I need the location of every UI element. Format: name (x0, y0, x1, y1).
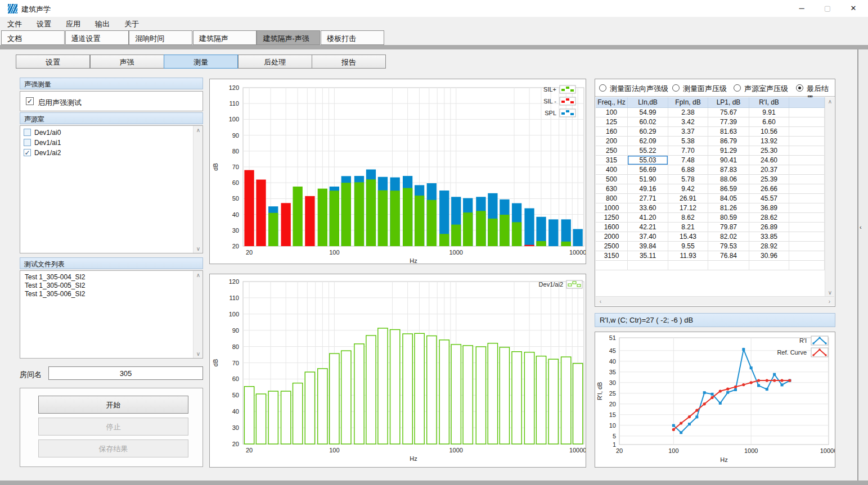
save-result-button[interactable]: 保存结果 (38, 439, 188, 457)
table-cell[interactable] (668, 261, 708, 270)
table-cell[interactable] (789, 242, 825, 251)
sub-tab-0[interactable]: 设置 (16, 55, 90, 69)
table-cell[interactable]: 49.16 (628, 184, 668, 194)
table-cell[interactable]: 2.38 (668, 108, 708, 117)
table-cell[interactable] (789, 156, 825, 165)
table-cell[interactable]: 250 (596, 146, 628, 156)
scroll-up-icon[interactable]: ∧ (194, 271, 203, 279)
radio-2[interactable] (734, 84, 741, 92)
scroll-up-icon[interactable]: ∧ (825, 97, 835, 106)
table-cell[interactable]: 81.26 (708, 203, 749, 213)
menu-item-3[interactable]: 输出 (88, 17, 117, 30)
table-cell[interactable] (789, 117, 825, 127)
table-cell[interactable] (789, 194, 825, 203)
sub-tab-2[interactable]: 测量 (164, 55, 238, 69)
table-cell[interactable]: 3.37 (668, 127, 708, 137)
table-cell[interactable] (789, 232, 825, 242)
menu-item-0[interactable]: 文件 (0, 17, 29, 30)
table-cell[interactable]: 6.60 (749, 117, 789, 127)
table-cell[interactable]: 33.85 (749, 232, 789, 242)
enable-intensity-checkbox[interactable]: ✓ (26, 97, 34, 105)
table-cell[interactable] (596, 261, 628, 270)
table-cell[interactable]: 42.21 (628, 223, 668, 232)
table-cell[interactable]: 1000 (596, 203, 628, 213)
table-cell[interactable]: 5.38 (668, 137, 708, 146)
collapse-panel-icon[interactable]: ‹ (860, 224, 862, 230)
table-cell[interactable]: 1250 (596, 213, 628, 223)
table-cell[interactable]: 20.37 (749, 165, 789, 175)
file-item-0[interactable]: Test 1_305-004_SI2 (20, 273, 203, 282)
table-cell[interactable]: 81.63 (708, 127, 749, 137)
radio-1[interactable] (672, 84, 680, 92)
table-cell[interactable] (789, 184, 825, 194)
table-cell[interactable]: 55.22 (628, 146, 668, 156)
minimize-button[interactable]: ─ (789, 0, 815, 17)
table-cell[interactable]: 87.83 (708, 165, 749, 175)
room-name-input[interactable]: 305 (48, 366, 203, 380)
maximize-button[interactable]: ▢ (815, 0, 840, 17)
table-cell[interactable]: 82.02 (708, 232, 749, 242)
table-cell[interactable]: 54.99 (628, 108, 668, 117)
channel-checkbox[interactable]: ✓ (24, 149, 31, 156)
table-cell[interactable]: 28.92 (749, 242, 789, 251)
channel-item-2[interactable]: Dev1/ai2✓ (20, 148, 203, 158)
table-cell[interactable] (789, 223, 825, 232)
table-cell[interactable]: 84.05 (708, 194, 749, 203)
table-cell[interactable]: 2000 (596, 232, 628, 242)
scroll-right-icon[interactable]: › (825, 297, 834, 306)
table-cell[interactable]: 500 (596, 175, 628, 184)
table-cell[interactable]: 26.66 (749, 184, 789, 194)
table-cell[interactable]: 35.11 (628, 251, 668, 261)
table-cell[interactable]: 315 (596, 156, 628, 165)
table-cell[interactable]: 800 (596, 194, 628, 203)
main-tab-0[interactable]: 文档 (1, 30, 65, 45)
table-cell[interactable]: 86.79 (708, 137, 749, 146)
table-vscrollbar[interactable]: ∧ ∨ (825, 97, 834, 297)
table-cell[interactable]: 80.59 (708, 213, 749, 223)
main-tab-3[interactable]: 建筑隔声 (193, 30, 257, 45)
table-cell[interactable]: 160 (596, 127, 628, 137)
main-tab-4[interactable]: 建筑隔声-声强 (257, 30, 320, 45)
sub-tab-3[interactable]: 后处理 (238, 55, 312, 69)
table-cell[interactable] (789, 127, 825, 137)
table-cell[interactable]: 10.56 (749, 127, 789, 137)
channel-item-0[interactable]: Dev1/ai0 (20, 128, 203, 138)
table-cell[interactable]: 9.42 (668, 184, 708, 194)
table-cell[interactable]: 41.20 (628, 213, 668, 223)
table-cell[interactable]: 39.84 (628, 242, 668, 251)
menu-item-2[interactable]: 应用 (59, 17, 88, 30)
radio-3[interactable] (796, 84, 803, 92)
file-list-scrollbar[interactable]: ∧ ∨ (193, 271, 203, 358)
table-cell[interactable]: 13.92 (749, 137, 789, 146)
scroll-up-icon[interactable]: ∧ (194, 126, 203, 134)
file-item-1[interactable]: Test 1_305-005_SI2 (20, 282, 203, 290)
table-cell[interactable]: 7.70 (668, 146, 708, 156)
table-cell[interactable]: 5.78 (668, 175, 708, 184)
table-cell[interactable]: 79.53 (708, 242, 749, 251)
table-cell[interactable]: 400 (596, 165, 628, 175)
table-cell[interactable]: 1600 (596, 223, 628, 232)
table-cell[interactable]: 90.41 (708, 156, 749, 165)
table-cell[interactable] (789, 213, 825, 223)
table-cell[interactable]: 26.89 (749, 223, 789, 232)
table-cell[interactable]: 86.59 (708, 184, 749, 194)
table-cell[interactable]: 125 (596, 117, 628, 127)
channel-item-1[interactable]: Dev1/ai1 (20, 138, 203, 148)
table-cell[interactable]: 33.60 (628, 203, 668, 213)
scroll-left-icon[interactable]: ‹ (596, 297, 605, 306)
table-cell[interactable]: 77.39 (708, 117, 749, 127)
table-cell[interactable]: 100 (596, 108, 628, 117)
scroll-down-icon[interactable]: ∨ (194, 244, 203, 253)
stop-button[interactable]: 停止 (38, 418, 188, 436)
channel-checkbox[interactable] (24, 129, 31, 136)
table-cell[interactable]: 7.48 (668, 156, 708, 165)
table-cell[interactable]: 25.39 (749, 175, 789, 184)
table-cell[interactable]: 27.71 (628, 194, 668, 203)
table-cell[interactable]: 28.62 (749, 213, 789, 223)
table-cell[interactable]: 3.42 (668, 117, 708, 127)
table-cell[interactable] (789, 261, 825, 270)
table-cell[interactable]: 26.91 (668, 194, 708, 203)
menu-item-1[interactable]: 设置 (29, 17, 59, 30)
table-cell[interactable]: 76.84 (708, 251, 749, 261)
table-cell[interactable] (789, 203, 825, 213)
